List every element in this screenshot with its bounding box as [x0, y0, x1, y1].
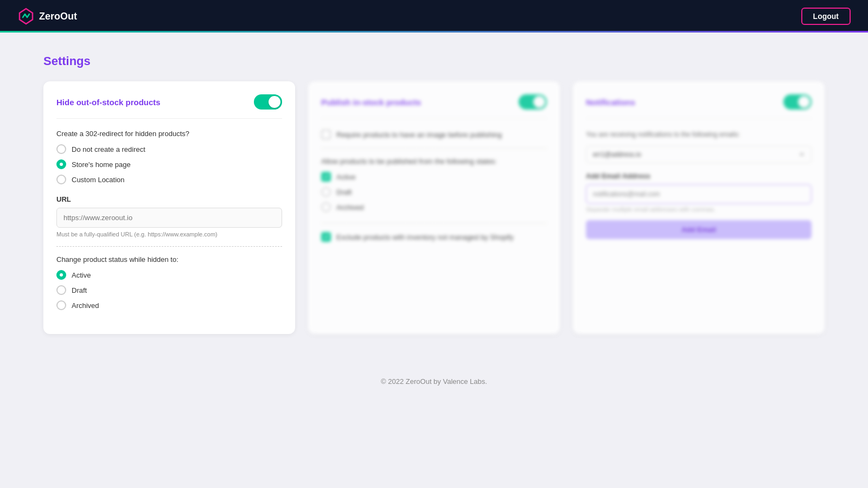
url-input[interactable]	[56, 208, 282, 228]
email-hint: Separate multiple email addresses with c…	[586, 206, 812, 213]
logo-text: ZeroOut	[39, 11, 77, 22]
header: ZeroOut Logout	[0, 0, 868, 33]
footer-text: © 2022 ZeroOut by Valence Labs.	[381, 377, 487, 386]
redirect-label-none: Do not create a redirect	[72, 145, 145, 153]
card2-divider2	[321, 223, 547, 223]
redirect-option-custom[interactable]: Custom Location	[56, 175, 282, 184]
status-option-archived[interactable]: Archived	[56, 300, 282, 310]
publish-state-archived[interactable]: Archived	[321, 202, 547, 212]
status-label-archived: Archived	[72, 301, 99, 310]
remove-email-icon[interactable]: ✕	[799, 151, 805, 158]
hide-oos-toggle[interactable]	[254, 94, 282, 110]
cards-grid: Hide out-of-stock products Create a 302-…	[43, 81, 825, 334]
card2-divider1	[321, 148, 547, 149]
redirect-radio-home[interactable]	[56, 159, 66, 169]
card1-divider	[56, 246, 282, 247]
page-title: Settings	[43, 54, 825, 68]
email-input[interactable]	[586, 184, 812, 204]
status-option-draft[interactable]: Draft	[56, 285, 282, 295]
redirect-radio-custom[interactable]	[56, 175, 66, 184]
redirect-radio-none[interactable]	[56, 144, 66, 154]
add-email-label: Add Email Address	[586, 172, 812, 180]
state-label-draft: Draft	[336, 188, 352, 196]
logout-button[interactable]: Logout	[801, 8, 851, 25]
add-email-button[interactable]: Add Email	[586, 220, 812, 239]
card3-header: Notifications	[586, 94, 812, 119]
exclude-item: ✓ Exclude products with inventory not ma…	[321, 232, 547, 242]
publish-instock-toggle[interactable]	[519, 94, 547, 110]
notif-description: You are receiving notifications to the f…	[586, 130, 812, 139]
notifications-card: Notifications You are receiving notifica…	[573, 81, 825, 334]
redirect-option-none[interactable]: Do not create a redirect	[56, 144, 282, 154]
exclude-checkbox[interactable]: ✓	[321, 232, 331, 242]
state-label-active: Active	[336, 173, 355, 181]
card2-title: Publish in-stock products	[321, 98, 421, 107]
url-label: URL	[56, 195, 282, 203]
redirect-label-custom: Custom Location	[72, 176, 125, 184]
email-tag-value: err1@address.io	[593, 151, 641, 158]
status-section-label: Change product status while hidden to:	[56, 255, 282, 264]
allow-publish-label: Allow products to be published from the …	[321, 157, 547, 165]
redirect-section-label: Create a 302-redirect for hidden product…	[56, 130, 282, 138]
redirect-radio-group: Do not create a redirect Store's home pa…	[56, 144, 282, 184]
status-radio-group: Active Draft Archived	[56, 270, 282, 310]
redirect-option-home[interactable]: Store's home page	[56, 159, 282, 169]
url-hint: Must be a fully-qualified URL (e.g. http…	[56, 231, 282, 237]
main-content: Settings Hide out-of-stock products Crea…	[0, 33, 868, 356]
card2-header: Publish in-stock products	[321, 94, 547, 119]
exclude-label: Exclude products with inventory not mana…	[336, 233, 514, 241]
require-image-item: Require products to have an image before…	[321, 130, 547, 139]
state-radio-draft[interactable]	[321, 187, 331, 197]
status-radio-active[interactable]	[56, 270, 66, 280]
logo-icon	[17, 8, 35, 25]
redirect-label-home: Store's home page	[72, 160, 131, 169]
require-image-checkbox[interactable]	[321, 130, 331, 139]
status-option-active[interactable]: Active	[56, 270, 282, 280]
status-radio-archived[interactable]	[56, 300, 66, 310]
state-label-archived: Archived	[336, 203, 364, 211]
state-radio-archived[interactable]	[321, 202, 331, 212]
require-image-label: Require products to have an image before…	[336, 131, 502, 139]
hide-oos-card: Hide out-of-stock products Create a 302-…	[43, 81, 295, 334]
card1-title: Hide out-of-stock products	[56, 98, 161, 107]
status-label-active: Active	[72, 271, 91, 279]
email-tag: err1@address.io ✕	[586, 146, 812, 163]
status-label-draft: Draft	[72, 286, 87, 294]
state-checkbox-active[interactable]: ✓	[321, 172, 331, 182]
publish-states-group: ✓ Active Draft Archived	[321, 172, 547, 212]
card1-header: Hide out-of-stock products	[56, 94, 282, 119]
footer: © 2022 ZeroOut by Valence Labs.	[0, 356, 868, 407]
publish-state-active[interactable]: ✓ Active	[321, 172, 547, 182]
notifications-toggle[interactable]	[783, 94, 812, 110]
logo: ZeroOut	[17, 8, 77, 25]
card3-title: Notifications	[586, 98, 635, 107]
publish-state-draft[interactable]: Draft	[321, 187, 547, 197]
publish-instock-card: Publish in-stock products Require produc…	[308, 81, 560, 334]
status-radio-draft[interactable]	[56, 285, 66, 295]
